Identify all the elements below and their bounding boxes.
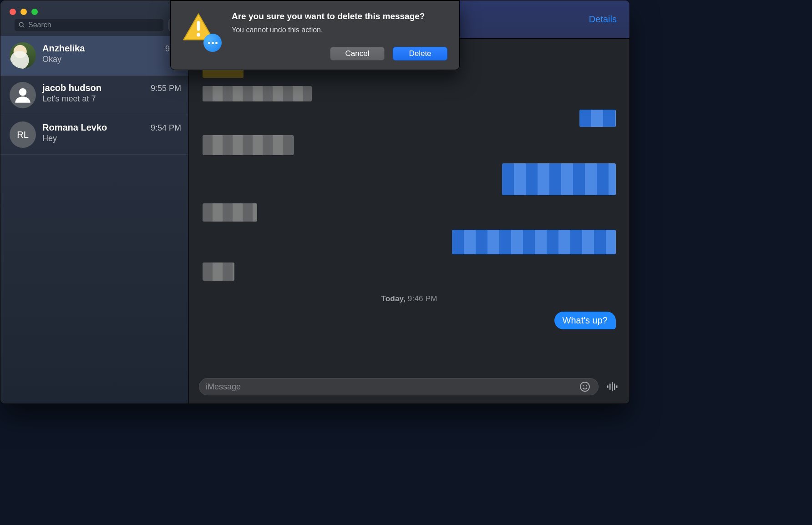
svg-point-3 (580, 382, 589, 391)
dialog-title: Are you sure you want to delete this mes… (232, 11, 447, 22)
window-zoom-button[interactable] (31, 9, 38, 15)
svg-rect-10 (616, 385, 618, 388)
conversation-preview: Okay (42, 55, 181, 64)
svg-rect-11 (197, 21, 200, 31)
avatar-initials: RL (17, 130, 29, 140)
conversation-row[interactable]: Anzhelika 9:56 Okay (0, 36, 188, 76)
search-bar (14, 19, 183, 31)
search-field[interactable] (14, 19, 164, 31)
messages-app-window: Anzhelika 9:56 Okay jacob hudson 9:55 PM… (0, 0, 630, 404)
audio-message-button[interactable] (606, 380, 619, 394)
search-icon (18, 21, 25, 29)
message-composer (189, 373, 629, 404)
dialog-icon (183, 11, 223, 61)
window-close-button[interactable] (10, 9, 16, 15)
conversation-row[interactable]: RL Romana Levko 9:54 PM Hey (0, 115, 188, 155)
svg-point-0 (19, 22, 23, 26)
dialog-body: You cannot undo this action. (232, 26, 447, 34)
conversation-preview: Hey (42, 134, 181, 143)
cancel-button[interactable]: Cancel (330, 47, 385, 61)
window-traffic-lights (10, 9, 38, 15)
svg-point-5 (586, 385, 587, 386)
svg-point-12 (197, 33, 200, 37)
conversation-row[interactable]: jacob hudson 9:55 PM Let's meet at 7 (0, 76, 188, 115)
avatar: RL (10, 121, 36, 148)
svg-point-4 (583, 385, 584, 386)
conversation-name: jacob hudson (42, 83, 102, 93)
avatar (10, 42, 36, 69)
conversation-list: Anzhelika 9:56 Okay jacob hudson 9:55 PM… (0, 36, 188, 404)
compose-input[interactable] (206, 382, 578, 392)
details-link[interactable]: Details (589, 14, 617, 25)
compose-field[interactable] (199, 378, 599, 395)
svg-point-2 (19, 88, 27, 96)
svg-rect-9 (614, 384, 615, 390)
svg-rect-6 (607, 385, 609, 388)
avatar (10, 82, 36, 108)
delete-button[interactable]: Delete (393, 47, 447, 61)
delete-confirmation-dialog: Are you sure you want to delete this mes… (170, 0, 460, 70)
sent-message-bubble[interactable]: What's up? (554, 312, 616, 329)
thread-timestamp: Today, 9:46 PM (203, 294, 616, 303)
message-thread[interactable]: Today, 9:46 PM What's up? (189, 39, 629, 373)
emoji-picker-button[interactable] (578, 380, 592, 394)
window-minimize-button[interactable] (20, 9, 27, 15)
conversations-sidebar: Anzhelika 9:56 Okay jacob hudson 9:55 PM… (0, 0, 189, 404)
conversation-name: Romana Levko (42, 122, 107, 133)
message-row-sent: What's up? (203, 312, 616, 329)
conversation-name: Anzhelika (42, 43, 85, 54)
svg-rect-8 (612, 382, 613, 391)
conversation-time: 9:55 PM (147, 84, 181, 93)
svg-rect-7 (609, 384, 611, 390)
messages-app-icon (203, 34, 222, 52)
search-input[interactable] (28, 21, 160, 29)
conversation-time: 9:54 PM (147, 123, 181, 133)
conversation-preview: Let's meet at 7 (42, 94, 181, 104)
svg-line-1 (23, 26, 24, 27)
